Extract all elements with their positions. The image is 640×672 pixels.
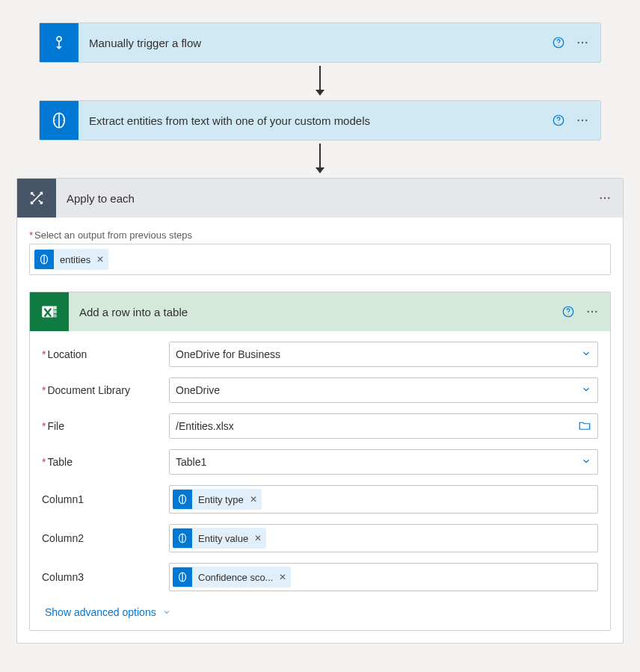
apply-header[interactable]: Apply to each bbox=[17, 179, 623, 218]
svg-point-19 bbox=[567, 314, 568, 315]
svg-rect-16 bbox=[53, 310, 56, 313]
svg-point-3 bbox=[578, 42, 579, 43]
help-button[interactable] bbox=[556, 300, 580, 324]
svg-point-0 bbox=[57, 37, 61, 41]
loop-icon bbox=[17, 179, 56, 218]
token-entity-type[interactable]: Entity type ✕ bbox=[173, 489, 262, 510]
token-label: Confidence sco... bbox=[198, 572, 273, 583]
brain-icon bbox=[173, 528, 192, 548]
col3-label: Column3 bbox=[42, 571, 161, 583]
token-remove-button[interactable]: ✕ bbox=[250, 494, 257, 505]
chevron-down-icon bbox=[581, 384, 591, 397]
help-button[interactable] bbox=[547, 31, 570, 55]
location-label: *Location bbox=[42, 348, 161, 360]
step-title: Extract entities from text with one of y… bbox=[79, 114, 547, 127]
output-selector-label: *Select an output from previous steps bbox=[29, 229, 611, 241]
chevron-down-icon bbox=[581, 348, 591, 361]
flow-step-extract[interactable]: Extract entities from text with one of y… bbox=[39, 100, 601, 141]
connector-arrow bbox=[313, 63, 327, 100]
svg-point-2 bbox=[558, 45, 559, 46]
col1-label: Column1 bbox=[42, 493, 161, 505]
token-label: Entity type bbox=[198, 494, 244, 505]
excel-icon bbox=[30, 292, 69, 331]
token-remove-button[interactable]: ✕ bbox=[96, 254, 104, 265]
col2-input[interactable]: Entity value ✕ bbox=[169, 524, 598, 552]
svg-point-8 bbox=[578, 120, 579, 121]
location-select[interactable]: OneDrive for Business bbox=[169, 342, 598, 367]
brain-icon bbox=[40, 101, 79, 140]
svg-point-20 bbox=[588, 311, 589, 312]
brain-icon bbox=[173, 567, 192, 587]
flow-step-add-row: Add a row into a table *Location OneDriv… bbox=[29, 292, 611, 631]
token-confidence-score[interactable]: Confidence sco... ✕ bbox=[173, 567, 291, 588]
help-button[interactable] bbox=[547, 108, 570, 132]
file-picker[interactable]: /Entities.xlsx bbox=[169, 413, 598, 439]
brain-icon bbox=[34, 250, 54, 269]
chevron-down-icon bbox=[162, 608, 171, 617]
svg-point-7 bbox=[558, 123, 559, 123]
svg-point-12 bbox=[604, 197, 606, 199]
output-selector-input[interactable]: entities ✕ bbox=[29, 244, 611, 275]
token-entity-value[interactable]: Entity value ✕ bbox=[173, 528, 266, 549]
step-title: Add a row into a table bbox=[69, 306, 556, 318]
svg-rect-17 bbox=[53, 314, 56, 317]
svg-point-11 bbox=[600, 197, 602, 199]
more-button[interactable] bbox=[580, 300, 604, 324]
add-row-header[interactable]: Add a row into a table bbox=[30, 292, 610, 331]
col2-label: Column2 bbox=[42, 532, 161, 544]
table-label: *Table bbox=[42, 456, 161, 468]
token-remove-button[interactable]: ✕ bbox=[279, 572, 286, 582]
token-label: entities bbox=[60, 254, 90, 265]
svg-point-4 bbox=[582, 42, 583, 43]
svg-point-21 bbox=[591, 311, 593, 312]
token-label: Entity value bbox=[198, 533, 248, 544]
folder-icon[interactable] bbox=[578, 419, 591, 434]
svg-point-22 bbox=[595, 311, 597, 312]
more-button[interactable] bbox=[570, 31, 594, 55]
brain-icon bbox=[173, 490, 192, 509]
svg-point-9 bbox=[582, 120, 583, 121]
show-advanced-options-button[interactable]: Show advanced options bbox=[42, 602, 174, 629]
more-button[interactable] bbox=[570, 108, 594, 132]
svg-point-13 bbox=[608, 197, 609, 199]
token-entities[interactable]: entities ✕ bbox=[34, 249, 108, 270]
step-title: Apply to each bbox=[56, 192, 593, 205]
step-title: Manually trigger a flow bbox=[79, 37, 547, 49]
col1-input[interactable]: Entity type ✕ bbox=[169, 485, 598, 514]
touch-icon bbox=[40, 23, 79, 62]
table-select[interactable]: Table1 bbox=[169, 449, 598, 475]
doclib-select[interactable]: OneDrive bbox=[169, 377, 598, 403]
svg-point-5 bbox=[585, 42, 587, 43]
more-button[interactable] bbox=[593, 186, 617, 210]
flow-step-trigger[interactable]: Manually trigger a flow bbox=[39, 22, 601, 63]
doclib-label: *Document Library bbox=[42, 384, 161, 396]
flow-step-apply-to-each: Apply to each *Select an output from pre… bbox=[16, 178, 624, 644]
svg-point-10 bbox=[585, 120, 587, 121]
token-remove-button[interactable]: ✕ bbox=[254, 533, 262, 543]
file-label: *File bbox=[42, 420, 161, 432]
svg-rect-15 bbox=[53, 306, 56, 309]
chevron-down-icon bbox=[581, 456, 591, 469]
connector-arrow bbox=[313, 141, 327, 178]
col3-input[interactable]: Confidence sco... ✕ bbox=[169, 563, 598, 591]
